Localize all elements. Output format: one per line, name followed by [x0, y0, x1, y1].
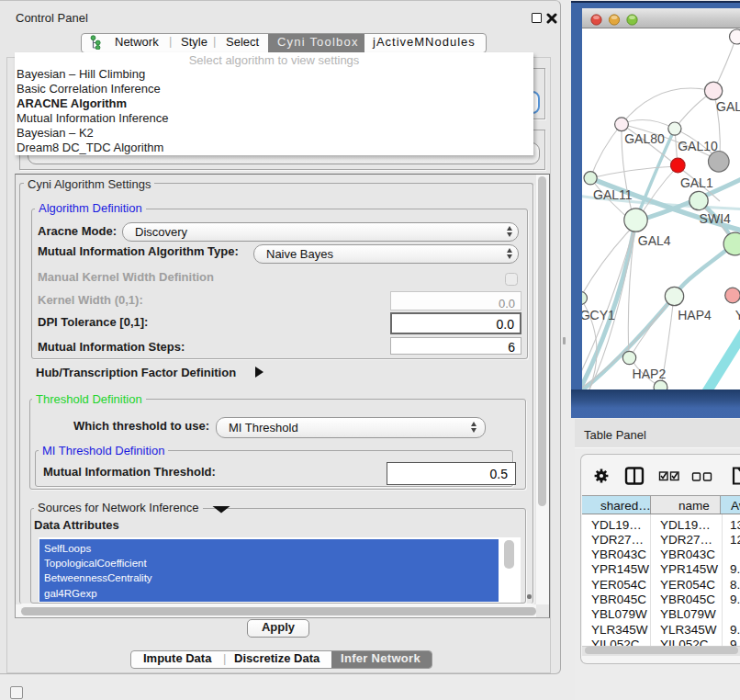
svg-text:HAP4: HAP4 — [678, 308, 712, 322]
svg-text:GCY1: GCY1 — [582, 308, 615, 322]
svg-text:HAP2: HAP2 — [633, 367, 667, 381]
svg-text:GAL80: GAL80 — [624, 131, 665, 146]
svg-text:SWI4: SWI4 — [700, 211, 731, 226]
svg-text:GAL4: GAL4 — [638, 233, 671, 248]
svg-text:Y: Y — [735, 308, 740, 322]
svg-text:GAL2: GAL2 — [716, 99, 740, 114]
svg-text:GAL11: GAL11 — [593, 187, 633, 202]
svg-text:GAL10: GAL10 — [678, 139, 718, 153]
svg-text:GAL1: GAL1 — [680, 175, 713, 190]
